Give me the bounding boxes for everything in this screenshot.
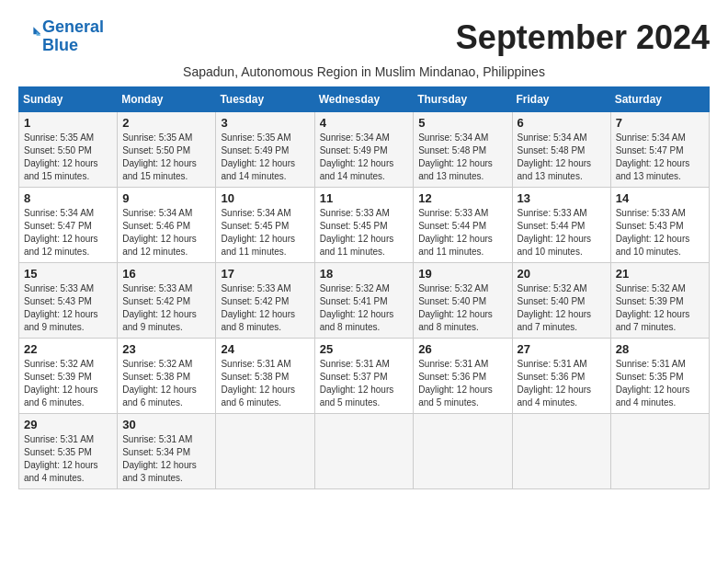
calendar-cell: 22 Sunrise: 5:32 AMSunset: 5:39 PMDaylig… bbox=[19, 338, 118, 413]
logo: General Blue bbox=[18, 18, 104, 55]
day-number: 24 bbox=[221, 342, 309, 356]
calendar-cell: 10 Sunrise: 5:34 AMSunset: 5:45 PMDaylig… bbox=[216, 187, 314, 262]
day-number: 13 bbox=[518, 191, 606, 205]
calendar-cell: 8 Sunrise: 5:34 AMSunset: 5:47 PMDayligh… bbox=[19, 187, 118, 262]
day-info: Sunrise: 5:34 AMSunset: 5:46 PMDaylight:… bbox=[122, 207, 210, 259]
day-number: 28 bbox=[616, 342, 704, 356]
calendar-cell: 4 Sunrise: 5:34 AMSunset: 5:49 PMDayligh… bbox=[314, 111, 414, 187]
day-number: 7 bbox=[616, 116, 704, 130]
day-number: 12 bbox=[418, 191, 506, 205]
day-info: Sunrise: 5:31 AMSunset: 5:36 PMDaylight:… bbox=[418, 358, 506, 409]
day-number: 26 bbox=[418, 342, 506, 356]
calendar-cell: 9 Sunrise: 5:34 AMSunset: 5:46 PMDayligh… bbox=[118, 187, 216, 262]
logo-icon bbox=[20, 24, 42, 46]
calendar-cell: 3 Sunrise: 5:35 AMSunset: 5:49 PMDayligh… bbox=[216, 111, 314, 187]
day-info: Sunrise: 5:34 AMSunset: 5:49 PMDaylight:… bbox=[320, 132, 409, 183]
calendar-cell: 25 Sunrise: 5:31 AMSunset: 5:37 PMDaylig… bbox=[314, 338, 414, 413]
day-number: 18 bbox=[320, 267, 409, 281]
day-number: 22 bbox=[24, 342, 112, 356]
day-info: Sunrise: 5:32 AMSunset: 5:39 PMDaylight:… bbox=[24, 358, 112, 409]
day-number: 4 bbox=[320, 116, 409, 130]
day-info: Sunrise: 5:33 AMSunset: 5:43 PMDaylight:… bbox=[616, 207, 704, 259]
calendar-cell: 12 Sunrise: 5:33 AMSunset: 5:44 PMDaylig… bbox=[414, 187, 512, 262]
calendar-cell: 2 Sunrise: 5:35 AMSunset: 5:50 PMDayligh… bbox=[118, 111, 216, 187]
calendar-week-row-3: 15 Sunrise: 5:33 AMSunset: 5:43 PMDaylig… bbox=[19, 262, 710, 338]
calendar-week-row-5: 29 Sunrise: 5:31 AMSunset: 5:35 PMDaylig… bbox=[19, 413, 710, 488]
calendar-header-friday: Friday bbox=[512, 86, 610, 111]
day-number: 29 bbox=[24, 418, 112, 431]
day-info: Sunrise: 5:31 AMSunset: 5:35 PMDaylight:… bbox=[24, 433, 112, 485]
calendar-cell bbox=[216, 413, 314, 488]
calendar-cell: 19 Sunrise: 5:32 AMSunset: 5:40 PMDaylig… bbox=[414, 262, 512, 338]
calendar-cell: 14 Sunrise: 5:33 AMSunset: 5:43 PMDaylig… bbox=[610, 187, 709, 262]
calendar-cell: 21 Sunrise: 5:32 AMSunset: 5:39 PMDaylig… bbox=[610, 262, 709, 338]
day-info: Sunrise: 5:32 AMSunset: 5:39 PMDaylight:… bbox=[616, 282, 704, 334]
day-info: Sunrise: 5:35 AMSunset: 5:50 PMDaylight:… bbox=[24, 132, 112, 183]
calendar-header-thursday: Thursday bbox=[414, 86, 512, 111]
day-info: Sunrise: 5:31 AMSunset: 5:35 PMDaylight:… bbox=[616, 358, 704, 409]
day-number: 5 bbox=[418, 116, 506, 130]
calendar-header-row: SundayMondayTuesdayWednesdayThursdayFrid… bbox=[19, 86, 710, 111]
location-subtitle: Sapadun, Autonomous Region in Muslim Min… bbox=[18, 64, 710, 79]
day-number: 10 bbox=[221, 191, 309, 205]
day-number: 8 bbox=[24, 191, 112, 205]
day-info: Sunrise: 5:34 AMSunset: 5:47 PMDaylight:… bbox=[24, 207, 112, 259]
calendar-cell: 27 Sunrise: 5:31 AMSunset: 5:36 PMDaylig… bbox=[512, 338, 610, 413]
day-number: 1 bbox=[24, 116, 112, 130]
day-number: 20 bbox=[518, 267, 606, 281]
calendar-week-row-4: 22 Sunrise: 5:32 AMSunset: 5:39 PMDaylig… bbox=[19, 338, 710, 413]
calendar-cell: 1 Sunrise: 5:35 AMSunset: 5:50 PMDayligh… bbox=[19, 111, 118, 187]
calendar-week-row-1: 1 Sunrise: 5:35 AMSunset: 5:50 PMDayligh… bbox=[19, 111, 710, 187]
day-info: Sunrise: 5:33 AMSunset: 5:42 PMDaylight:… bbox=[221, 282, 309, 334]
day-info: Sunrise: 5:33 AMSunset: 5:44 PMDaylight:… bbox=[418, 207, 506, 259]
day-info: Sunrise: 5:33 AMSunset: 5:45 PMDaylight:… bbox=[320, 207, 409, 259]
day-number: 16 bbox=[122, 267, 210, 281]
calendar-cell: 29 Sunrise: 5:31 AMSunset: 5:35 PMDaylig… bbox=[19, 413, 118, 488]
day-info: Sunrise: 5:35 AMSunset: 5:50 PMDaylight:… bbox=[122, 132, 210, 183]
calendar-header-tuesday: Tuesday bbox=[216, 86, 314, 111]
day-number: 21 bbox=[616, 267, 704, 281]
month-title-section: September 2024 bbox=[456, 18, 710, 57]
day-number: 23 bbox=[122, 342, 210, 356]
logo-text: General Blue bbox=[42, 18, 104, 55]
day-number: 14 bbox=[616, 191, 704, 205]
calendar-cell: 5 Sunrise: 5:34 AMSunset: 5:48 PMDayligh… bbox=[414, 111, 512, 187]
day-info: Sunrise: 5:32 AMSunset: 5:40 PMDaylight:… bbox=[418, 282, 506, 334]
calendar-cell: 7 Sunrise: 5:34 AMSunset: 5:47 PMDayligh… bbox=[610, 111, 709, 187]
calendar-header-sunday: Sunday bbox=[19, 86, 118, 111]
calendar-week-row-2: 8 Sunrise: 5:34 AMSunset: 5:47 PMDayligh… bbox=[19, 187, 710, 262]
day-info: Sunrise: 5:33 AMSunset: 5:43 PMDaylight:… bbox=[24, 282, 112, 334]
calendar-table: SundayMondayTuesdayWednesdayThursdayFrid… bbox=[18, 86, 710, 489]
day-number: 25 bbox=[320, 342, 409, 356]
calendar-cell: 18 Sunrise: 5:32 AMSunset: 5:41 PMDaylig… bbox=[314, 262, 414, 338]
day-number: 6 bbox=[518, 116, 606, 130]
day-info: Sunrise: 5:32 AMSunset: 5:40 PMDaylight:… bbox=[518, 282, 606, 334]
day-info: Sunrise: 5:33 AMSunset: 5:44 PMDaylight:… bbox=[518, 207, 606, 259]
day-info: Sunrise: 5:32 AMSunset: 5:41 PMDaylight:… bbox=[320, 282, 409, 334]
month-title: September 2024 bbox=[456, 18, 710, 57]
calendar-cell: 23 Sunrise: 5:32 AMSunset: 5:38 PMDaylig… bbox=[118, 338, 216, 413]
calendar-cell: 6 Sunrise: 5:34 AMSunset: 5:48 PMDayligh… bbox=[512, 111, 610, 187]
calendar-cell: 20 Sunrise: 5:32 AMSunset: 5:40 PMDaylig… bbox=[512, 262, 610, 338]
day-number: 11 bbox=[320, 191, 409, 205]
day-number: 2 bbox=[122, 116, 210, 130]
day-number: 3 bbox=[221, 116, 309, 130]
day-info: Sunrise: 5:31 AMSunset: 5:37 PMDaylight:… bbox=[320, 358, 409, 409]
day-info: Sunrise: 5:31 AMSunset: 5:36 PMDaylight:… bbox=[518, 358, 606, 409]
day-number: 17 bbox=[221, 267, 309, 281]
day-info: Sunrise: 5:32 AMSunset: 5:38 PMDaylight:… bbox=[122, 358, 210, 409]
svg-marker-1 bbox=[37, 31, 41, 36]
calendar-cell bbox=[610, 413, 709, 488]
day-number: 9 bbox=[122, 191, 210, 205]
day-info: Sunrise: 5:34 AMSunset: 5:45 PMDaylight:… bbox=[221, 207, 309, 259]
day-number: 15 bbox=[24, 267, 112, 281]
day-number: 30 bbox=[122, 418, 210, 431]
day-number: 27 bbox=[518, 342, 606, 356]
calendar-cell: 28 Sunrise: 5:31 AMSunset: 5:35 PMDaylig… bbox=[610, 338, 709, 413]
calendar-cell: 11 Sunrise: 5:33 AMSunset: 5:45 PMDaylig… bbox=[314, 187, 414, 262]
day-info: Sunrise: 5:35 AMSunset: 5:49 PMDaylight:… bbox=[221, 132, 309, 183]
day-info: Sunrise: 5:34 AMSunset: 5:48 PMDaylight:… bbox=[418, 132, 506, 183]
calendar-header-saturday: Saturday bbox=[610, 86, 709, 111]
day-info: Sunrise: 5:31 AMSunset: 5:38 PMDaylight:… bbox=[221, 358, 309, 409]
day-info: Sunrise: 5:34 AMSunset: 5:48 PMDaylight:… bbox=[518, 132, 606, 183]
